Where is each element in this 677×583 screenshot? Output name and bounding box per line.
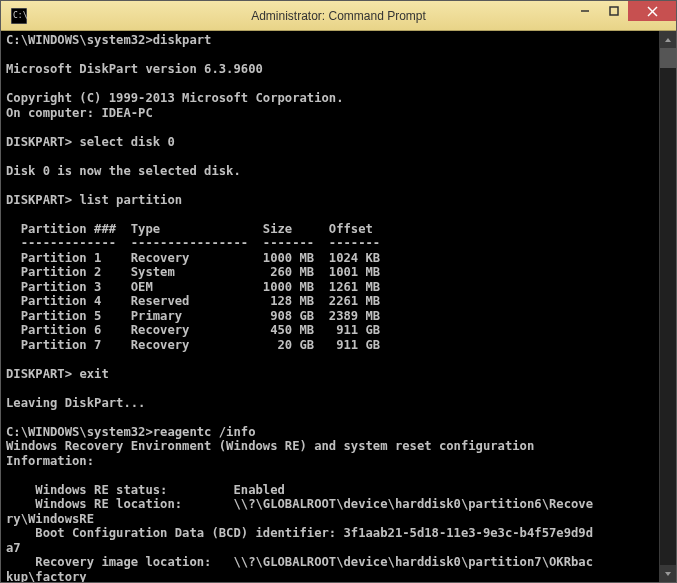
table-divider: ------------- ---------------- ------- -… — [6, 236, 380, 250]
output-line: On computer: IDEA-PC — [6, 106, 153, 120]
minimize-button[interactable] — [570, 1, 600, 21]
maximize-button[interactable] — [600, 1, 628, 21]
output-line: Windows RE location: \\?\GLOBALROOT\devi… — [6, 497, 593, 511]
table-row: Partition 6 Recovery 450 MB 911 GB — [6, 323, 380, 337]
output-line: Recovery image location: \\?\GLOBALROOT\… — [6, 555, 593, 569]
close-button[interactable] — [628, 1, 676, 21]
svg-rect-4 — [610, 7, 618, 15]
prompt: DISKPART> — [6, 367, 72, 381]
command: diskpart — [153, 33, 212, 47]
table-row: Partition 5 Primary 908 GB 2389 MB — [6, 309, 380, 323]
output-line: ry\WindowsRE — [6, 512, 94, 526]
scroll-up-button[interactable] — [660, 31, 676, 48]
command: exit — [79, 367, 108, 381]
close-icon — [647, 6, 658, 17]
output-line: Windows RE status: Enabled — [6, 483, 285, 497]
output-line: Information: — [6, 454, 94, 468]
command: list partition — [79, 193, 182, 207]
svg-text:C:\: C:\ — [13, 11, 27, 20]
output-line: Disk 0 is now the selected disk. — [6, 164, 241, 178]
titlebar[interactable]: C:\ Administrator: Command Prompt — [1, 1, 676, 31]
scrollbar-thumb[interactable] — [660, 48, 676, 68]
cmd-icon: C:\ — [9, 6, 29, 26]
output-line: Boot Configuration Data (BCD) identifier… — [6, 526, 593, 540]
table-row: Partition 3 OEM 1000 MB 1261 MB — [6, 280, 380, 294]
terminal-output[interactable]: C:\WINDOWS\system32>diskpart Microsoft D… — [1, 31, 659, 582]
maximize-icon — [609, 6, 619, 16]
minimize-icon — [580, 6, 590, 16]
scrollbar-track[interactable] — [660, 48, 676, 565]
chevron-up-icon — [664, 36, 672, 44]
table-row: Partition 2 System 260 MB 1001 MB — [6, 265, 380, 279]
window-title: Administrator: Command Prompt — [251, 9, 426, 23]
chevron-down-icon — [664, 570, 672, 578]
output-line: a7 — [6, 541, 21, 555]
prompt: C:\WINDOWS\system32> — [6, 425, 153, 439]
svg-marker-8 — [665, 572, 671, 576]
output-line: Copyright (C) 1999-2013 Microsoft Corpor… — [6, 91, 344, 105]
table-row: Partition 7 Recovery 20 GB 911 GB — [6, 338, 380, 352]
prompt: DISKPART> — [6, 193, 72, 207]
scroll-down-button[interactable] — [660, 565, 676, 582]
table-row: Partition 4 Reserved 128 MB 2261 MB — [6, 294, 380, 308]
svg-marker-7 — [665, 38, 671, 42]
prompt: DISKPART> — [6, 135, 72, 149]
output-line: Microsoft DiskPart version 6.3.9600 — [6, 62, 263, 76]
output-line: Windows Recovery Environment (Windows RE… — [6, 439, 534, 453]
table-header: Partition ### Type Size Offset — [6, 222, 373, 236]
command: reagentc /info — [153, 425, 256, 439]
output-line: Leaving DiskPart... — [6, 396, 145, 410]
command: select disk 0 — [79, 135, 174, 149]
prompt: C:\WINDOWS\system32> — [6, 33, 153, 47]
window-controls — [570, 1, 676, 30]
table-row: Partition 1 Recovery 1000 MB 1024 KB — [6, 251, 380, 265]
output-line: kup\factory — [6, 570, 87, 583]
scrollbar[interactable] — [659, 31, 676, 582]
